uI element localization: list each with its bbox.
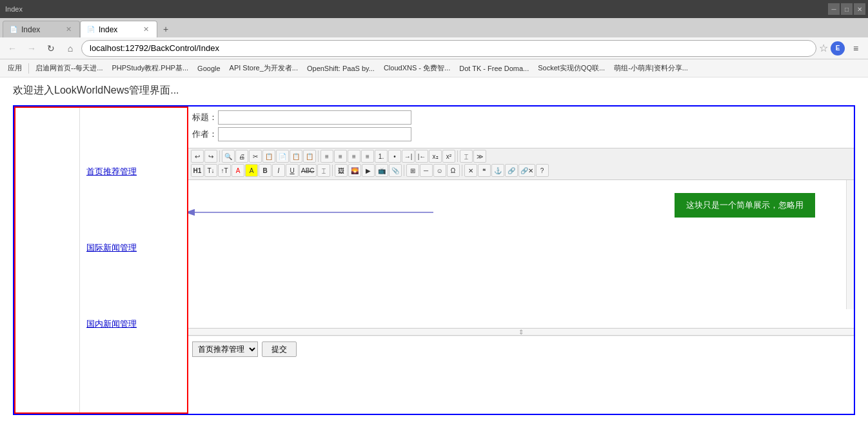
toolbar-code[interactable]: ⌶ [317, 164, 330, 177]
toolbar-redo[interactable]: ↪ [204, 150, 217, 163]
toolbar-smiley[interactable]: ☺ [433, 164, 446, 177]
title-input[interactable] [218, 110, 411, 125]
toolbar-undo[interactable]: ↩ [191, 150, 204, 163]
toolbar-font-size-down[interactable]: T↓ [204, 164, 217, 177]
toolbar-more[interactable]: ≫ [473, 150, 486, 163]
toolbar-h1[interactable]: H1 [191, 164, 204, 177]
bookmark-2[interactable]: PHPStudy教程.PHP基... [108, 61, 193, 76]
bookmark-3[interactable]: Google [193, 61, 224, 76]
bookmark-1[interactable]: 启迪网首页--每天进... [32, 61, 107, 76]
toolbar-sub[interactable]: x₂ [429, 150, 442, 163]
toolbar-print[interactable]: 🖨 [235, 150, 248, 163]
toolbar-media[interactable]: 📺 [375, 164, 388, 177]
tab-icon-1: 📄 [10, 26, 17, 33]
category-select[interactable]: 首页推荐管理 国际新闻管理 国内新闻管理 [192, 341, 258, 357]
minimize-button[interactable]: ─ [828, 3, 840, 15]
sidebar-link-domestic[interactable]: 国内新闻管理 [86, 318, 181, 330]
toolbar-hr[interactable]: ─ [420, 164, 433, 177]
maximize-button[interactable]: □ [841, 3, 853, 15]
submit-button[interactable]: 提交 [262, 341, 297, 357]
toolbar-align-justify[interactable]: ≡ [361, 150, 374, 163]
toolbar-ol[interactable]: 1. [375, 150, 388, 163]
tab-2[interactable]: 📄 Index ✕ [80, 21, 157, 37]
home-button[interactable]: ⌂ [62, 40, 79, 57]
toolbar-attach[interactable]: 📎 [389, 164, 402, 177]
resize-bar[interactable]: ⇕ [188, 328, 854, 336]
bookmark-6[interactable]: CloudXNS - 免费智... [380, 61, 454, 76]
tabs-bar: 📄 Index ✕ 📄 Index ✕ + [0, 18, 868, 37]
toolbar-blockquote[interactable]: ❝ [478, 164, 491, 177]
toolbar-outdent[interactable]: |← [415, 150, 428, 163]
main-layout: 首页推荐管理 国际新闻管理 国内新闻管理 标题： 作者： [13, 105, 855, 415]
bookmark-8[interactable]: Socket实现仿QQ联... [534, 61, 609, 76]
toolbar-bold[interactable]: B [259, 164, 271, 177]
toolbar-sep-2 [318, 150, 319, 162]
bookmark-star-icon[interactable]: ☆ [819, 42, 828, 54]
window-controls: ─ □ ✕ [828, 3, 865, 15]
bookmark-8-label: Socket实现仿QQ联... [538, 63, 605, 73]
sidebar-left-col [15, 108, 80, 412]
tab-close-2[interactable]: ✕ [142, 25, 150, 34]
form-area: 标题： 作者： [188, 107, 854, 148]
bookmark-5-label: OpenShift: PaaS by... [307, 65, 375, 72]
sidebar-link-homepage[interactable]: 首页推荐管理 [86, 166, 181, 178]
forward-button[interactable]: → [23, 40, 40, 57]
back-button[interactable]: ← [4, 40, 21, 57]
toolbar-align-left[interactable]: ≡ [321, 150, 333, 163]
bookmark-5[interactable]: OpenShift: PaaS by... [303, 61, 379, 76]
toolbar-paste3[interactable]: 📋 [303, 150, 316, 163]
sidebar: 首页推荐管理 国际新闻管理 国内新闻管理 [14, 107, 188, 414]
bookmark-9[interactable]: 萌组-小萌库|资料分享... [610, 61, 692, 76]
bookmark-separator-1 [28, 63, 29, 74]
toolbar-underline[interactable]: U [286, 164, 299, 177]
toolbar-flash[interactable]: ▶ [362, 164, 375, 177]
title-row: 标题： [192, 110, 850, 125]
bookmark-3-label: Google [197, 65, 220, 72]
bookmark-4[interactable]: API Store_为开发者... [226, 61, 302, 76]
toolbar-copy[interactable]: 📋 [262, 150, 275, 163]
toolbar-table[interactable]: ⊞ [406, 164, 419, 177]
bookmark-1-label: 启迪网首页--每天进... [35, 63, 103, 73]
toolbar-cut[interactable]: ✂ [249, 150, 262, 163]
toolbar-sup[interactable]: x² [442, 150, 455, 163]
new-tab-button[interactable]: + [157, 21, 174, 37]
tab-close-1[interactable]: ✕ [64, 25, 73, 34]
author-input[interactable] [218, 127, 411, 141]
tab-label-1: Index [21, 25, 40, 34]
toolbar-font-highlight[interactable]: A [245, 164, 258, 177]
toolbar-indent[interactable]: →| [402, 150, 415, 163]
toolbar-find[interactable]: 🔍 [222, 150, 235, 163]
resize-icon: ⇕ [518, 329, 524, 336]
demo-box: 这块只是一个简单展示，忽略用 [675, 193, 815, 218]
close-button[interactable]: ✕ [854, 3, 865, 15]
toolbar-align-center[interactable]: ≡ [334, 150, 347, 163]
toolbar-image[interactable]: 🖼 [335, 164, 348, 177]
bookmark-apps[interactable]: 应用 [4, 61, 26, 76]
reload-button[interactable]: ↻ [43, 40, 59, 57]
toolbar-source[interactable]: ⌶ [460, 150, 473, 163]
toolbar-remove-format[interactable]: ✕ [464, 164, 477, 177]
bookmark-7-label: Dot TK - Free Doma... [459, 65, 529, 72]
bookmark-7[interactable]: Dot TK - Free Doma... [455, 61, 533, 76]
toolbar-align-right[interactable]: ≡ [348, 150, 360, 163]
toolbar-link[interactable]: 🔗 [505, 164, 518, 177]
menu-button[interactable]: ≡ [847, 40, 864, 57]
editor-scrollbar[interactable] [846, 180, 854, 309]
toolbar-special[interactable]: Ω [447, 164, 460, 177]
toolbar-ul[interactable]: • [388, 150, 401, 163]
toolbar-anchor[interactable]: ⚓ [491, 164, 504, 177]
tab-1[interactable]: 📄 Index ✕ [3, 21, 80, 37]
content-area: 标题： 作者： ↩ ↪ [188, 107, 854, 414]
toolbar-sep-3 [457, 150, 458, 162]
address-bar[interactable] [81, 40, 816, 57]
sidebar-link-international[interactable]: 国际新闻管理 [86, 242, 181, 254]
toolbar-italic[interactable]: I [272, 164, 285, 177]
toolbar-paste2[interactable]: 📋 [290, 150, 302, 163]
toolbar-font-color[interactable]: A [232, 164, 244, 177]
toolbar-unlink[interactable]: 🔗✕ [518, 164, 535, 177]
toolbar-help[interactable]: ? [536, 164, 549, 177]
toolbar-strike[interactable]: ABC [299, 164, 317, 177]
toolbar-font-size-up[interactable]: ↑T [218, 164, 231, 177]
toolbar-paste[interactable]: 📄 [276, 150, 289, 163]
toolbar-image2[interactable]: 🌄 [348, 164, 361, 177]
